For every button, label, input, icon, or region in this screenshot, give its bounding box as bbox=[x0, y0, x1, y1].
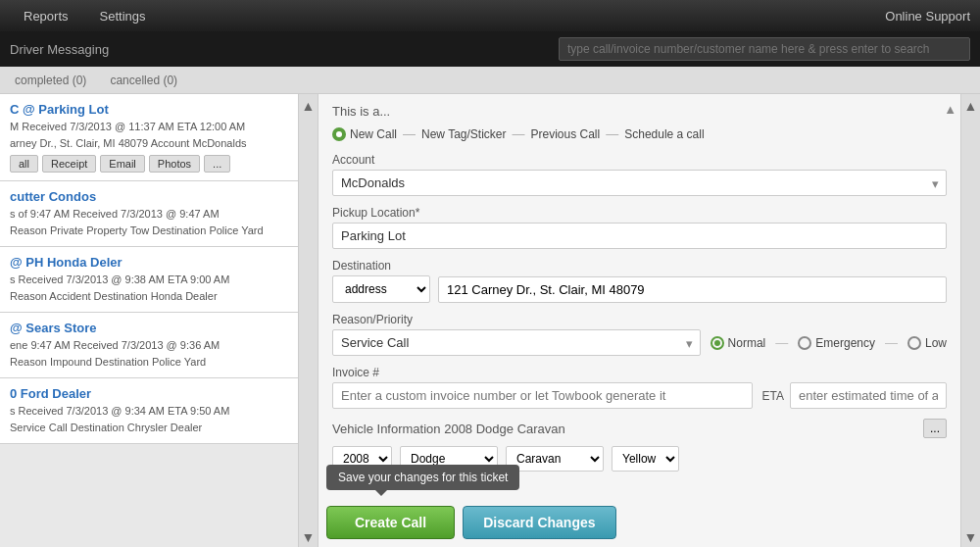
option-sep-3: — bbox=[606, 126, 618, 141]
eta-group: ETA bbox=[762, 382, 947, 409]
call-title: C @ Parking Lot bbox=[10, 102, 288, 117]
call-title: @ Sears Store bbox=[10, 321, 288, 335]
priority-group: Normal — Emergency — Low bbox=[710, 335, 947, 350]
settings-nav-btn[interactable]: Settings bbox=[86, 5, 160, 27]
account-label: Account bbox=[332, 153, 947, 167]
call-item[interactable]: @ Sears Store ene 9:47 AM Received 7/3/2… bbox=[0, 313, 298, 378]
call-detail-1: M Received 7/3/2013 @ 11:37 AM ETA 12:00… bbox=[10, 119, 288, 135]
call-title: 0 Ford Dealer bbox=[10, 386, 288, 401]
call-detail-2: Service Call Destination Chrysler Dealer bbox=[10, 420, 288, 436]
tab-cancelled[interactable]: cancelled (0) bbox=[99, 70, 188, 91]
priority-sep-1: — bbox=[775, 335, 788, 350]
right-scroll-up[interactable]: ▲ bbox=[961, 94, 980, 322]
top-nav: Reports Settings Online Support bbox=[0, 0, 980, 31]
scroll-up-arrow[interactable]: ▲ bbox=[299, 94, 318, 322]
right-panel: ▲ This is a... New Call — New Tag/Sticke… bbox=[318, 94, 960, 547]
tooltip-popup: Save your changes for this ticket bbox=[326, 465, 519, 490]
priority-sep-2: — bbox=[885, 335, 898, 350]
search-bar: Driver Messaging bbox=[0, 31, 980, 67]
option-new-call-label: New Call bbox=[350, 127, 397, 141]
priority-normal-label: Normal bbox=[728, 336, 766, 350]
call-detail-1: s of 9:47 AM Received 7/3/2013 @ 9:47 AM bbox=[10, 206, 288, 223]
priority-normal[interactable]: Normal bbox=[710, 336, 766, 350]
email-btn[interactable]: Email bbox=[100, 155, 145, 173]
destination-row: Destination address bbox=[332, 259, 947, 303]
account-row: Account McDonalds bbox=[332, 153, 947, 196]
reports-nav-btn[interactable]: Reports bbox=[10, 5, 82, 27]
receipt-btn[interactable]: Receipt bbox=[42, 155, 96, 173]
scroll-down-arrow[interactable]: ▼ bbox=[299, 322, 318, 547]
destination-address-input[interactable] bbox=[438, 276, 947, 303]
create-call-button[interactable]: Create Call bbox=[326, 506, 455, 539]
priority-low-radio bbox=[907, 336, 921, 350]
search-input[interactable] bbox=[559, 37, 970, 61]
destination-label: Destination bbox=[332, 259, 947, 273]
eta-input[interactable] bbox=[790, 382, 947, 409]
right-scroll-down[interactable]: ▼ bbox=[961, 322, 980, 547]
reason-select[interactable]: Service Call bbox=[332, 329, 701, 356]
pickup-input[interactable] bbox=[332, 223, 947, 249]
reason-label: Reason/Priority bbox=[332, 313, 947, 326]
call-detail-1: s Received 7/3/2013 @ 9:38 AM ETA 9:00 A… bbox=[10, 272, 288, 288]
priority-normal-radio bbox=[710, 336, 724, 350]
priority-emergency-label: Emergency bbox=[815, 336, 875, 350]
option-new-tag-label: New Tag/Sticker bbox=[421, 127, 506, 141]
vehicle-info-title: Vehicle Information 2008 Dodge Caravan bbox=[332, 422, 565, 436]
call-detail-2: Reason Private Property Tow Destination … bbox=[10, 223, 288, 239]
photos-btn[interactable]: Photos bbox=[149, 155, 200, 173]
nav-links: Reports Settings bbox=[10, 5, 160, 27]
priority-emergency[interactable]: Emergency bbox=[798, 336, 875, 350]
online-support-label: Online Support bbox=[885, 9, 970, 24]
option-sep-2: — bbox=[513, 126, 525, 141]
invoice-eta-row: Invoice # ETA bbox=[332, 366, 947, 409]
call-buttons: all Receipt Email Photos ... bbox=[10, 155, 288, 173]
call-title: @ PH Honda Deler bbox=[10, 255, 288, 270]
bottom-buttons: Create Call Discard Changes bbox=[326, 506, 616, 539]
vehicle-info-header: Vehicle Information 2008 Dodge Caravan .… bbox=[332, 419, 947, 438]
priority-low-label: Low bbox=[925, 336, 947, 350]
all-btn[interactable]: all bbox=[10, 155, 38, 173]
account-select-wrapper: McDonalds bbox=[332, 170, 947, 196]
reason-select-wrapper: Service Call bbox=[332, 329, 701, 356]
pickup-label: Pickup Location* bbox=[332, 206, 947, 220]
priority-low[interactable]: Low bbox=[907, 336, 947, 350]
vehicle-model-select[interactable]: Caravan bbox=[506, 446, 604, 472]
vehicle-more-btn[interactable]: ... bbox=[923, 419, 947, 438]
call-title: cutter Condos bbox=[10, 189, 288, 204]
reason-priority-row-container: Reason/Priority Service Call Normal — E bbox=[332, 313, 947, 356]
destination-input-row: address bbox=[332, 275, 947, 303]
option-previous-call[interactable]: Previous Call bbox=[531, 127, 601, 141]
option-row: New Call — New Tag/Sticker — Previous Ca… bbox=[332, 126, 947, 141]
right-scroll: ▲ ▼ bbox=[960, 94, 980, 547]
left-panel: C @ Parking Lot M Received 7/3/2013 @ 11… bbox=[0, 94, 299, 547]
panel-collapse-arrow[interactable]: ▲ bbox=[944, 102, 956, 117]
more-btn[interactable]: ... bbox=[204, 155, 230, 173]
pickup-row: Pickup Location* bbox=[332, 206, 947, 249]
option-schedule[interactable]: Schedule a call bbox=[624, 127, 704, 141]
option-new-call[interactable]: New Call bbox=[332, 127, 397, 141]
tabs-bar: completed (0) cancelled (0) bbox=[0, 67, 980, 94]
call-detail-2: arney Dr., St. Clair, MI 48079 Account M… bbox=[10, 135, 288, 152]
option-previous-label: Previous Call bbox=[531, 127, 601, 141]
call-detail-2: Reason Accident Destination Honda Dealer bbox=[10, 288, 288, 305]
call-item[interactable]: @ PH Honda Deler s Received 7/3/2013 @ 9… bbox=[0, 247, 298, 313]
main-area: C @ Parking Lot M Received 7/3/2013 @ 11… bbox=[0, 94, 980, 547]
vehicle-color-select[interactable]: Yellow bbox=[612, 446, 679, 472]
option-sep-1: — bbox=[403, 126, 416, 141]
radio-selected-icon bbox=[332, 127, 346, 141]
call-detail-1: ene 9:47 AM Received 7/3/2013 @ 9:36 AM bbox=[10, 337, 288, 354]
account-select[interactable]: McDonalds bbox=[332, 170, 947, 196]
reason-priority-row: Service Call Normal — Emergency — bbox=[332, 329, 947, 356]
destination-type-select[interactable]: address bbox=[332, 275, 430, 303]
this-is-a-label: This is a... bbox=[332, 104, 947, 119]
eta-label: ETA bbox=[762, 389, 784, 403]
priority-emergency-radio bbox=[798, 336, 811, 350]
call-item[interactable]: cutter Condos s of 9:47 AM Received 7/3/… bbox=[0, 181, 298, 247]
option-new-tag[interactable]: New Tag/Sticker bbox=[421, 127, 506, 141]
call-item[interactable]: C @ Parking Lot M Received 7/3/2013 @ 11… bbox=[0, 94, 298, 181]
discard-changes-button[interactable]: Discard Changes bbox=[463, 506, 615, 539]
tab-completed[interactable]: completed (0) bbox=[4, 70, 97, 91]
call-item[interactable]: 0 Ford Dealer s Received 7/3/2013 @ 9:34… bbox=[0, 378, 298, 444]
invoice-input[interactable] bbox=[332, 382, 753, 409]
call-detail-2: Reason Impound Destination Police Yard bbox=[10, 354, 288, 371]
